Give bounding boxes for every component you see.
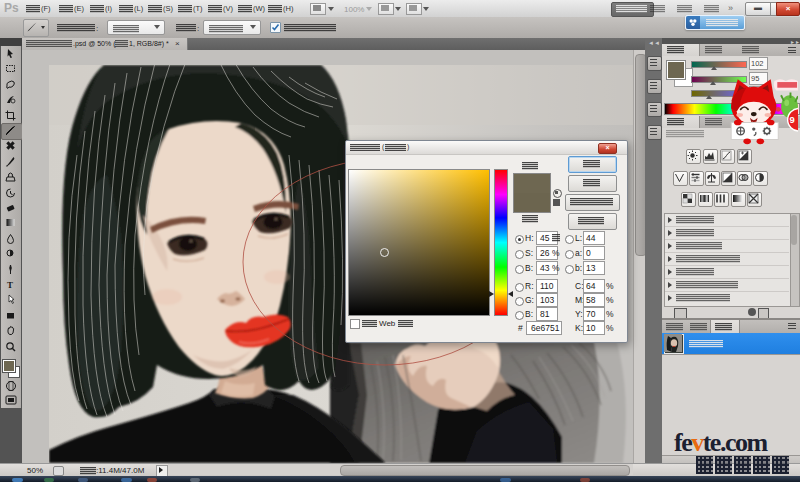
svg-text:9: 9 [790,114,795,125]
svg-text:T: T [7,280,13,290]
